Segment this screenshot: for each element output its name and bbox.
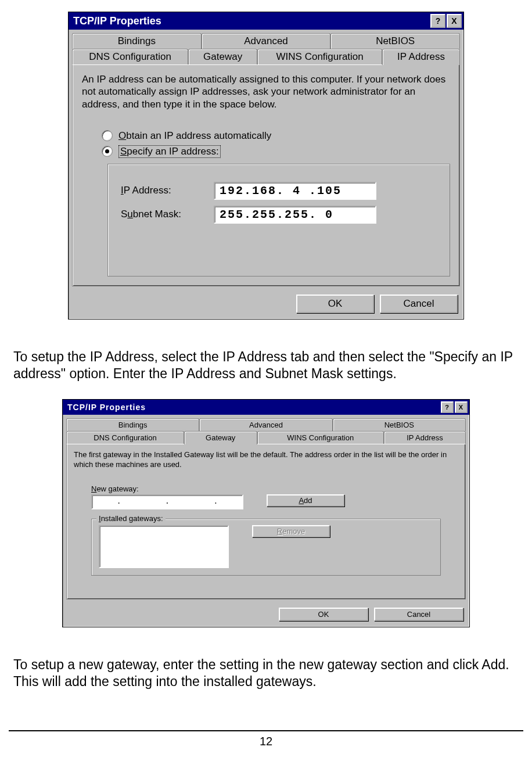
- tab-wins-configuration[interactable]: WINS Configuration: [257, 431, 384, 444]
- remove-button: Remove: [252, 525, 330, 537]
- ip-settings-group: IP Address: 192.168. 4 .105 Subnet Mask:…: [107, 164, 450, 277]
- radio-obtain-row[interactable]: Obtain an IP address automatically: [102, 130, 450, 142]
- add-button[interactable]: Add: [267, 494, 344, 507]
- installed-gateways-group: Installed gateways: Remove: [91, 519, 441, 576]
- dialog-title: TCP/IP Properties: [73, 15, 161, 27]
- tab-page-ip-address: An IP address can be automatically assig…: [72, 64, 460, 286]
- radio-obtain-label: Obtain an IP address automatically: [118, 130, 271, 142]
- installed-gateways-list[interactable]: [99, 525, 229, 568]
- info-text: An IP address can be automatically assig…: [82, 73, 450, 110]
- close-button[interactable]: X: [455, 401, 468, 413]
- help-button[interactable]: ?: [441, 401, 454, 413]
- tab-advanced[interactable]: Advanced: [202, 33, 331, 49]
- tab-ip-address[interactable]: IP Address: [384, 431, 466, 444]
- tab-netbios[interactable]: NetBIOS: [330, 33, 460, 49]
- tab-row-2: DNS Configuration Gateway WINS Configura…: [63, 431, 469, 444]
- ok-button[interactable]: OK: [279, 608, 368, 621]
- cancel-button[interactable]: Cancel: [374, 608, 463, 621]
- new-gateway-input[interactable]: ...: [91, 494, 243, 509]
- subnet-mask-input[interactable]: 255.255.255. 0: [214, 206, 376, 224]
- close-button[interactable]: X: [447, 14, 462, 28]
- tab-row-1: Bindings Advanced NetBIOS: [69, 30, 463, 49]
- tab-dns-configuration[interactable]: DNS Configuration: [72, 49, 188, 64]
- radio-specify-row[interactable]: Specify an IP address:: [102, 145, 450, 158]
- page-footer: 12: [9, 730, 523, 748]
- instruction-paragraph-1: To setup the IP Address, select the IP A…: [13, 349, 519, 382]
- ip-address-input[interactable]: 192.168. 4 .105: [214, 182, 376, 200]
- tab-bindings[interactable]: Bindings: [72, 33, 202, 49]
- tab-page-gateway: The first gateway in the Installed Gatew…: [66, 444, 466, 599]
- instruction-paragraph-2: To setup a new gateway, enter the settin…: [13, 656, 519, 690]
- tcpip-properties-dialog-ip: TCP/IP Properties ? X Bindings Advanced …: [68, 12, 464, 319]
- installed-gateways-label: Installed gateways:: [96, 514, 166, 523]
- subnet-mask-label: Subnet Mask:: [121, 209, 214, 220]
- help-button[interactable]: ?: [430, 14, 445, 28]
- tab-netbios[interactable]: NetBIOS: [333, 418, 466, 431]
- tab-gateway[interactable]: Gateway: [184, 431, 257, 444]
- cancel-button[interactable]: Cancel: [380, 295, 458, 313]
- tab-gateway[interactable]: Gateway: [188, 49, 257, 64]
- tab-row-2: DNS Configuration Gateway WINS Configura…: [69, 49, 463, 64]
- titlebar: TCP/IP Properties ? X: [69, 12, 463, 30]
- dialog-title: TCP/IP Properties: [67, 403, 146, 412]
- new-gateway-label: New gateway:: [91, 484, 441, 493]
- tcpip-properties-dialog-gateway: TCP/IP Properties ? X Bindings Advanced …: [62, 399, 470, 627]
- titlebar: TCP/IP Properties ? X: [63, 400, 469, 415]
- radio-obtain[interactable]: [102, 130, 113, 141]
- ok-button[interactable]: OK: [296, 295, 374, 313]
- button-bar: OK Cancel: [63, 603, 469, 627]
- tab-wins-configuration[interactable]: WINS Configuration: [257, 49, 382, 64]
- tab-advanced[interactable]: Advanced: [199, 418, 332, 431]
- tab-dns-configuration[interactable]: DNS Configuration: [66, 431, 184, 444]
- radio-specify-label: Specify an IP address:: [118, 145, 221, 158]
- radio-specify[interactable]: [102, 146, 113, 157]
- tab-bindings[interactable]: Bindings: [66, 418, 199, 431]
- ip-address-label: IP Address:: [121, 185, 214, 196]
- new-gateway-group: New gateway: ... Add: [91, 484, 441, 509]
- page-number: 12: [260, 735, 272, 748]
- info-text: The first gateway in the Installed Gatew…: [74, 450, 458, 469]
- tab-row-1: Bindings Advanced NetBIOS: [63, 415, 469, 431]
- tab-ip-address[interactable]: IP Address: [382, 49, 460, 65]
- button-bar: OK Cancel: [69, 290, 463, 319]
